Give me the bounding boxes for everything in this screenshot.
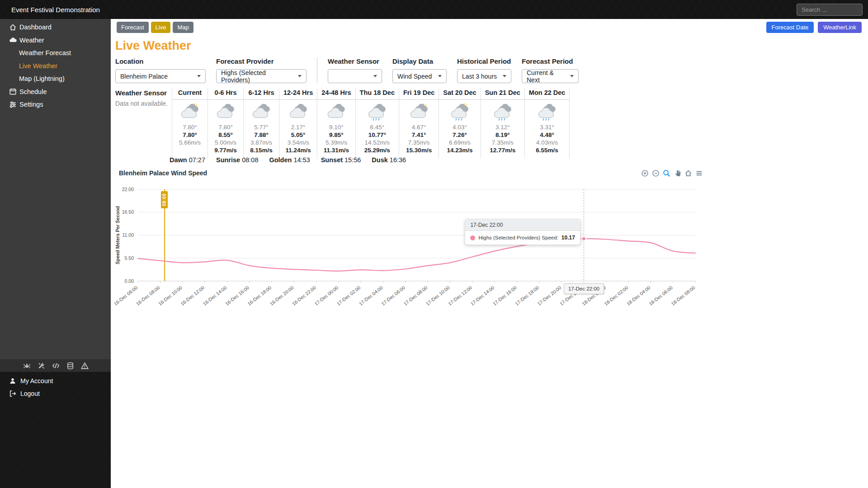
forecast-column-12-24-hrs: 12-24 Hrs2.17°5.05°3.54m/s11.24m/s <box>279 88 317 159</box>
temp-low: 6.45° <box>360 123 395 131</box>
filter-group-display-data: Display DataWind Speed <box>392 57 457 83</box>
chart-area[interactable]: 0.005.5011.0016.5022.0016-Dec 06:0016-De… <box>114 179 707 315</box>
app-title: Event Festival Demonstration <box>0 6 100 14</box>
selected-value: Highs (Selected Providers) <box>221 69 294 84</box>
wind-low: 7.35m/s <box>403 139 434 146</box>
temp-high: 7.26° <box>443 131 476 139</box>
wind-low: 3.54m/s <box>283 139 313 146</box>
svg-text:16-Dec 06:00: 16-Dec 06:00 <box>114 285 138 306</box>
svg-text:17-Dec 02:00: 17-Dec 02:00 <box>335 285 361 306</box>
temp-high: 9.85° <box>321 131 351 139</box>
sidebar-nav: DashboardWeatherWeather ForecastLive Wea… <box>0 19 111 111</box>
weather-sensor-status: Data not available. <box>115 100 172 107</box>
tooltip-series-label: Highs (Selected Providers) Speed: <box>478 235 558 240</box>
wind-high: 9.77m/s <box>212 146 239 154</box>
tools-icon[interactable] <box>38 362 45 370</box>
sidebar: DashboardWeatherWeather ForecastLive Wea… <box>0 19 111 488</box>
display-data-select[interactable]: Wind Speed <box>392 69 447 83</box>
temp-low: 9.10° <box>321 123 351 131</box>
home-icon[interactable] <box>684 169 692 177</box>
sun-rain-cloud-icon <box>443 103 476 122</box>
forecast-column-header: Sun 21 Dec <box>481 88 524 100</box>
sidebar-item-weather-forecast[interactable]: Weather Forecast <box>0 47 111 60</box>
zoom-in-icon[interactable] <box>641 169 649 177</box>
sidebar-footer-my-account[interactable]: My Account <box>0 375 111 387</box>
menu-icon[interactable] <box>695 169 703 177</box>
forecast-date-button[interactable]: Forecast Date <box>766 22 814 33</box>
pan-icon[interactable] <box>674 169 681 177</box>
svg-text:16-Dec 12:00: 16-Dec 12:00 <box>179 285 205 306</box>
chevron-down-icon <box>197 75 201 77</box>
sidebar-item-label: Settings <box>19 101 43 108</box>
weather-sensor-label: Weather Sensor <box>115 89 172 97</box>
sidebar-footer-logout[interactable]: Logout <box>0 387 111 400</box>
warning-icon[interactable] <box>81 362 89 370</box>
forecast-column-sun-21-dec: Sun 21 Dec3.12°8.19°7.35m/s12.77m/s <box>481 88 525 159</box>
sidebar-item-dashboard[interactable]: Dashboard <box>0 21 111 34</box>
historical-period-select[interactable]: Last 3 hours <box>457 69 511 83</box>
wind-speed-chart[interactable]: 0.005.5011.0016.5022.0016-Dec 06:0016-De… <box>114 179 707 315</box>
wind-low: 5.00m/s <box>212 139 239 146</box>
temp-high: 5.05° <box>283 131 313 139</box>
main-content: ForecastLiveMap Forecast DateWeatherLink… <box>111 19 868 488</box>
forecast-column-header: Fri 19 Dec <box>399 88 439 100</box>
sidebar-item-weather[interactable]: Weather <box>0 34 111 47</box>
tab-live[interactable]: Live <box>151 22 171 33</box>
search-input[interactable] <box>797 4 863 16</box>
rain-cloud-icon <box>485 103 520 122</box>
sidebar-item-label: Live Weather <box>19 62 57 70</box>
forecast-period-select[interactable]: Current & Next <box>522 69 579 83</box>
weatherlink-button[interactable]: WeatherLink <box>818 22 862 33</box>
wind-low: 6.69m/s <box>443 139 476 146</box>
sidebar-item-settings[interactable]: Settings <box>0 98 111 111</box>
filter-label: Forecast Period <box>522 57 579 65</box>
forecast-column-header: Sat 20 Dec <box>439 88 480 100</box>
filter-group-historical-period: Historical PeriodLast 3 hours <box>457 57 522 83</box>
sun-cloud-icon <box>176 103 203 122</box>
tab-map[interactable]: Map <box>173 22 193 33</box>
chart-header: Blenheim Palace Wind Speed <box>114 169 707 178</box>
sidebar-item-label: Weather Forecast <box>19 49 71 56</box>
zoom-out-icon[interactable] <box>652 169 660 177</box>
svg-text:17-Dec 04:00: 17-Dec 04:00 <box>358 285 384 306</box>
filter-label: Forecast Provider <box>216 57 307 65</box>
temp-high: 7.41° <box>403 131 434 139</box>
temp-low: 5.77° <box>248 123 275 131</box>
filter-label: Weather Sensor <box>328 57 382 65</box>
wind-low: 7.35m/s <box>485 139 520 146</box>
forecast-column-header: 24-48 Hrs <box>317 88 355 100</box>
selection-zoom-icon[interactable] <box>663 169 670 177</box>
tab-forecast[interactable]: Forecast <box>117 22 149 33</box>
spider-icon[interactable] <box>23 362 31 370</box>
forecast-provider-select[interactable]: Highs (Selected Providers) <box>216 69 307 83</box>
sun-time-golden: Golden14:53 <box>269 156 310 164</box>
database-icon[interactable] <box>66 362 74 370</box>
wind-high: 25.29m/s <box>360 146 395 154</box>
selected-value: Last 3 hours <box>462 73 497 80</box>
sun-time-sunrise: Sunrise08:08 <box>216 156 258 164</box>
weather-sensor-select[interactable] <box>328 69 382 83</box>
svg-text:17-Dec 08:00: 17-Dec 08:00 <box>402 285 428 306</box>
wind-low: 3.87m/s <box>248 139 275 146</box>
svg-text:18-Dec 06:00: 18-Dec 06:00 <box>648 285 674 306</box>
cloud-icon <box>212 103 239 122</box>
tooltip-series-value: 10.17 <box>561 235 575 241</box>
calendar-icon <box>9 88 17 95</box>
cloud-icon <box>321 103 351 122</box>
forecast-column-fri-19-dec: Fri 19 Dec4.67°7.41°7.35m/s15.30m/s <box>399 88 439 159</box>
svg-text:18-Dec 04:00: 18-Dec 04:00 <box>626 285 651 306</box>
sidebar-item-schedule[interactable]: Schedule <box>0 85 111 99</box>
sidebar-item-live-weather[interactable]: Live Weather <box>0 60 111 73</box>
rain-cloud-icon <box>529 103 566 122</box>
location-select[interactable]: Blenheim Palace <box>115 69 206 83</box>
cloud-icon <box>248 103 275 122</box>
svg-text:16-Dec 14:00: 16-Dec 14:00 <box>202 285 227 306</box>
logout-icon <box>9 390 16 397</box>
wind-high: 12.77m/s <box>485 146 520 154</box>
forecast-column-header: 0-6 Hrs <box>208 88 243 100</box>
svg-text:16-Dec 22:00: 16-Dec 22:00 <box>291 285 317 306</box>
svg-text:16-Dec 16:00: 16-Dec 16:00 <box>224 285 250 306</box>
sidebar-item-map-lightning[interactable]: Map (Lightning) <box>0 72 111 85</box>
forecast-column-6-12-hrs: 6-12 Hrs5.77°7.88°3.87m/s8.15m/s <box>244 88 279 159</box>
code-icon[interactable] <box>52 362 60 370</box>
